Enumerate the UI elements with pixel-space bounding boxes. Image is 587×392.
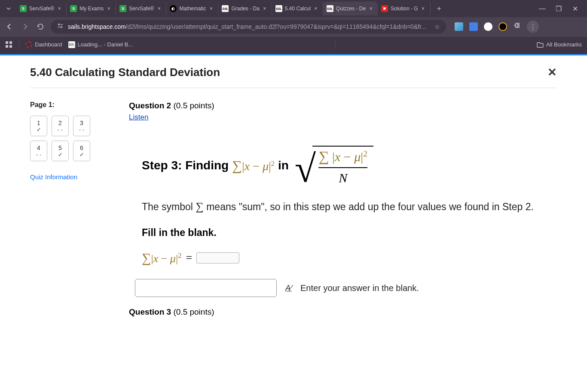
restore-button[interactable]: ❐ — [554, 5, 563, 13]
svg-point-0 — [58, 24, 60, 25]
dash-icon: - - — [79, 127, 84, 132]
question-3-header: Question 3 (0.5 points) — [129, 307, 557, 317]
check-icon: ✓ — [79, 152, 84, 157]
close-icon[interactable]: × — [156, 5, 162, 12]
separator — [19, 40, 19, 49]
svg-rect-6 — [6, 45, 8, 48]
question-header: Question 2 (0.5 points) — [129, 101, 557, 110]
tabs-dropdown[interactable] — [3, 3, 14, 14]
separator — [335, 40, 335, 49]
question-tile-1[interactable]: 1✓ — [30, 116, 47, 136]
servsafe-icon: S — [119, 5, 126, 12]
quiz-info-link[interactable]: Quiz Information — [30, 173, 107, 181]
fill-blank-label: Fill in the blank. — [142, 227, 544, 239]
solution-icon: ✖ — [381, 5, 388, 12]
minimize-button[interactable]: — — [538, 5, 547, 13]
tab-solution[interactable]: ✖Solution - G× — [378, 2, 430, 15]
close-window-button[interactable]: ✕ — [571, 5, 579, 13]
question-content: Question 2 (0.5 points) Listen Step 3: F… — [129, 101, 557, 317]
bookmark-loading[interactable]: D2LLoading... - Daniel B... — [68, 41, 133, 48]
spellcheck-icon[interactable]: A⁄ — [285, 284, 292, 293]
listen-link[interactable]: Listen — [129, 113, 148, 122]
folder-icon — [537, 41, 544, 48]
svg-rect-7 — [9, 45, 12, 48]
question-tile-6[interactable]: 6✓ — [73, 141, 90, 161]
fraction-numerator: ∑ |x − μ|2 — [318, 148, 367, 167]
equation-line: ∑|x − μ|2 = — [142, 251, 544, 265]
svg-rect-5 — [9, 41, 12, 44]
servsafe-icon: S — [70, 5, 77, 12]
quiz-title: 5.40 Calculating Standard Deviation — [30, 66, 220, 79]
answer-hint: Enter your answer in the blank. — [300, 283, 419, 293]
bookmarks-bar: Dashboard D2LLoading... - Daniel B... Al… — [0, 36, 587, 52]
dash-icon: - - — [58, 127, 63, 132]
bookmark-dashboard[interactable]: Dashboard — [25, 41, 62, 48]
close-icon[interactable]: × — [367, 5, 374, 12]
extension-4-icon[interactable] — [498, 22, 507, 31]
d2l-icon: D2L — [327, 5, 333, 12]
page-label: Page 1: — [30, 101, 107, 109]
sqrt-formula: √ ∑ |x − μ|2 N — [295, 146, 373, 185]
all-bookmarks-button[interactable]: All Bookmarks — [537, 41, 582, 48]
url-input[interactable]: sails.brightspace.com/d2l/lms/quizzing/u… — [51, 20, 446, 34]
close-icon[interactable]: × — [420, 5, 427, 12]
question-tile-4[interactable]: 4- - — [30, 141, 47, 161]
check-icon: ✓ — [58, 152, 63, 157]
extension-1-icon[interactable] — [455, 22, 463, 31]
tab-mathematic[interactable]: ◐Mathematic× — [166, 2, 218, 15]
svg-rect-4 — [6, 41, 8, 44]
url-host: sails.brightspace.com — [68, 23, 126, 30]
dash-icon: - - — [36, 152, 41, 157]
math-expression: ∑|x − μ|2 — [232, 158, 275, 174]
question-grid: 1✓ 2- - 3- - 4- - 5✓ 6✓ — [30, 116, 107, 161]
new-tab-button[interactable]: + — [433, 3, 445, 15]
close-icon[interactable]: × — [261, 5, 268, 12]
circle-icon: ◐ — [170, 5, 177, 12]
fraction-denominator: N — [339, 168, 347, 185]
blank-placeholder — [196, 252, 239, 263]
extensions-icon[interactable] — [513, 22, 521, 31]
step-heading: Step 3: Finding ∑|x − μ|2 in √ ∑ |x − μ|… — [142, 146, 557, 185]
tab-quizzes[interactable]: D2LQuizzes - De× — [323, 2, 378, 15]
question-tile-5[interactable]: 5✓ — [52, 141, 69, 161]
d2l-icon: D2L — [68, 41, 75, 48]
site-settings-icon[interactable] — [57, 23, 64, 31]
tab-servsafe-2[interactable]: SServSafe®× — [116, 2, 166, 15]
extension-3-icon[interactable] — [484, 22, 492, 31]
check-icon: ✓ — [37, 127, 41, 132]
tab-servsafe-1[interactable]: SServSafe®× — [16, 2, 67, 15]
tab-calc[interactable]: D2L5.40 Calcul× — [272, 2, 323, 15]
dashboard-icon — [25, 41, 32, 48]
tab-my-exams[interactable]: SMy Exams× — [67, 2, 116, 15]
address-bar: sails.brightspace.com/d2l/lms/quizzing/u… — [0, 17, 587, 36]
d2l-icon: D2L — [222, 5, 229, 12]
close-icon[interactable]: × — [56, 5, 63, 12]
question-tile-2[interactable]: 2- - — [52, 116, 69, 136]
reload-button[interactable] — [35, 21, 46, 32]
close-icon[interactable]: × — [312, 5, 319, 12]
close-icon[interactable]: × — [208, 5, 214, 12]
url-path: /d2l/lms/quizzing/user/attempt/quiz_star… — [126, 23, 426, 30]
close-icon[interactable]: × — [105, 5, 112, 12]
bookmark-star-icon[interactable]: ☆ — [434, 23, 440, 30]
forward-button[interactable] — [20, 21, 30, 32]
apps-icon[interactable] — [5, 41, 13, 49]
d2l-icon: D2L — [275, 5, 282, 12]
browser-menu-button[interactable]: ⋮ — [527, 21, 539, 33]
back-button[interactable] — [4, 21, 15, 32]
tab-grades[interactable]: D2LGrades - Da× — [218, 2, 272, 15]
question-sidebar: Page 1: 1✓ 2- - 3- - 4- - 5✓ 6✓ Quiz Inf… — [30, 101, 107, 317]
close-quiz-button[interactable]: ✕ — [547, 66, 557, 79]
svg-point-2 — [61, 26, 62, 28]
servsafe-icon: S — [20, 5, 27, 12]
extension-2-icon[interactable] — [469, 22, 478, 31]
answer-input[interactable] — [135, 279, 277, 297]
question-tile-3[interactable]: 3- - — [73, 116, 90, 136]
explanation-text: The symbol ∑ means "sum", so in this ste… — [142, 198, 544, 215]
tab-strip: SServSafe®× SMy Exams× SServSafe®× ◐Math… — [0, 0, 587, 17]
